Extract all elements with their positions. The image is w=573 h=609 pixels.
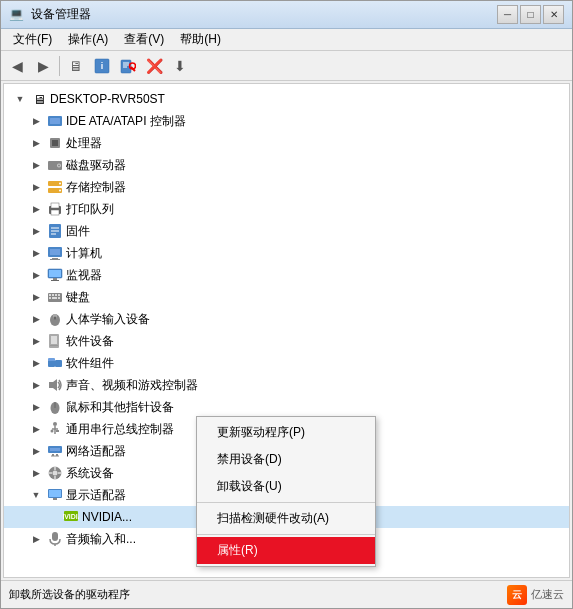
tree-item-ide[interactable]: ▶ IDE ATA/ATAPI 控制器 <box>4 110 569 132</box>
svg-rect-47 <box>48 360 55 367</box>
tree-item-softdev[interactable]: ▶ 软件设备 <box>4 330 569 352</box>
monitor-label: 监视器 <box>66 267 102 284</box>
menu-view[interactable]: 查看(V) <box>116 29 172 50</box>
svg-rect-57 <box>56 430 59 432</box>
usb-label: 通用串行总线控制器 <box>66 421 174 438</box>
sound-toggle[interactable]: ▶ <box>28 377 44 393</box>
close-button[interactable]: ✕ <box>543 5 564 24</box>
audio-icon <box>47 531 63 547</box>
cpu-icon <box>47 135 63 151</box>
svg-point-16 <box>59 183 61 185</box>
svg-rect-31 <box>53 278 57 280</box>
tree-root[interactable]: ▼ 🖥 DESKTOP-RVR50ST <box>4 88 569 110</box>
ctx-disable[interactable]: 禁用设备(D) <box>197 446 375 473</box>
svg-rect-28 <box>50 259 60 260</box>
svg-rect-36 <box>55 294 57 296</box>
refresh-button[interactable]: ⬇ <box>168 54 192 78</box>
keyboard-label: 键盘 <box>66 289 90 306</box>
maximize-button[interactable]: □ <box>520 5 541 24</box>
svg-rect-30 <box>49 270 61 277</box>
display-toggle[interactable]: ▼ <box>28 487 44 503</box>
display-icon <box>47 487 63 503</box>
keyboard-icon <box>47 289 63 305</box>
firmware-label: 固件 <box>66 223 90 240</box>
ctx-scan-hardware[interactable]: 扫描检测硬件改动(A) <box>197 505 375 532</box>
svg-rect-74 <box>52 532 58 541</box>
svg-rect-45 <box>51 336 57 344</box>
menu-file[interactable]: 文件(F) <box>5 29 60 50</box>
computer-button[interactable]: 🖥 <box>64 54 88 78</box>
softcomp-toggle[interactable]: ▶ <box>28 355 44 371</box>
keyboard-toggle[interactable]: ▶ <box>28 289 44 305</box>
uninstall-button[interactable]: ❌ <box>142 54 166 78</box>
cpu-toggle[interactable]: ▶ <box>28 135 44 151</box>
svg-rect-34 <box>49 294 51 296</box>
network-toggle[interactable]: ▶ <box>28 443 44 459</box>
mouse-label: 鼠标和其他指针设备 <box>66 399 174 416</box>
monitor-icon <box>47 267 63 283</box>
menu-help[interactable]: 帮助(H) <box>172 29 229 50</box>
mouse-icon <box>47 399 63 415</box>
hid-toggle[interactable]: ▶ <box>28 311 44 327</box>
svg-text:i: i <box>101 61 104 71</box>
cpu-label: 处理器 <box>66 135 102 152</box>
tree-item-computer[interactable]: ▶ 计算机 <box>4 242 569 264</box>
back-button[interactable]: ◀ <box>5 54 29 78</box>
menu-action[interactable]: 操作(A) <box>60 29 116 50</box>
svg-rect-32 <box>51 280 59 281</box>
computer-label: 计算机 <box>66 245 102 262</box>
properties-button[interactable]: i <box>90 54 114 78</box>
softdev-toggle[interactable]: ▶ <box>28 333 44 349</box>
ctx-properties[interactable]: 属性(R) <box>197 537 375 564</box>
svg-rect-19 <box>51 203 59 208</box>
ctx-update-driver[interactable]: 更新驱动程序(P) <box>197 419 375 446</box>
tree-item-mouse[interactable]: ▶ 鼠标和其他指针设备 <box>4 396 569 418</box>
ide-toggle[interactable]: ▶ <box>28 113 44 129</box>
root-toggle[interactable]: ▼ <box>12 91 28 107</box>
usb-toggle[interactable]: ▶ <box>28 421 44 437</box>
tree-item-print[interactable]: ▶ 打印队列 <box>4 198 569 220</box>
svg-point-43 <box>54 317 57 320</box>
ide-icon <box>47 113 63 129</box>
scan-button[interactable] <box>116 54 140 78</box>
print-icon <box>47 201 63 217</box>
tree-item-keyboard[interactable]: ▶ 键盘 <box>4 286 569 308</box>
display-label: 显示适配器 <box>66 487 126 504</box>
svg-rect-71 <box>53 498 57 500</box>
svg-rect-46 <box>50 345 58 346</box>
storage-label: 存储控制器 <box>66 179 126 196</box>
forward-button[interactable]: ▶ <box>31 54 55 78</box>
monitor-toggle[interactable]: ▶ <box>28 267 44 283</box>
system-label: 系统设备 <box>66 465 114 482</box>
audio-toggle[interactable]: ▶ <box>28 531 44 547</box>
system-icon <box>47 465 63 481</box>
hid-label: 人体学输入设备 <box>66 311 150 328</box>
tree-item-storage[interactable]: ▶ 存储控制器 <box>4 176 569 198</box>
svg-rect-70 <box>49 490 61 497</box>
firmware-toggle[interactable]: ▶ <box>28 223 44 239</box>
svg-marker-50 <box>49 379 57 391</box>
mouse-toggle[interactable]: ▶ <box>28 399 44 415</box>
device-manager-window: 💻 设备管理器 ─ □ ✕ 文件(F) 操作(A) 查看(V) 帮助(H) ◀ … <box>0 0 573 609</box>
computer-toggle[interactable]: ▶ <box>28 245 44 261</box>
tree-item-softcomp[interactable]: ▶ 软件组件 <box>4 352 569 374</box>
minimize-button[interactable]: ─ <box>497 5 518 24</box>
ctx-uninstall[interactable]: 卸载设备(U) <box>197 473 375 500</box>
logo-icon: 云 <box>507 585 527 605</box>
disk-toggle[interactable]: ▶ <box>28 157 44 173</box>
tree-item-disk[interactable]: ▶ 磁盘驱动器 <box>4 154 569 176</box>
tree-item-firmware[interactable]: ▶ 固件 <box>4 220 569 242</box>
print-toggle[interactable]: ▶ <box>28 201 44 217</box>
svg-rect-8 <box>50 118 60 124</box>
tree-item-cpu[interactable]: ▶ 处理器 <box>4 132 569 154</box>
system-toggle[interactable]: ▶ <box>28 465 44 481</box>
tree-item-monitor[interactable]: ▶ 监视器 <box>4 264 569 286</box>
storage-toggle[interactable]: ▶ <box>28 179 44 195</box>
title-bar-buttons: ─ □ ✕ <box>497 5 564 24</box>
hid-icon <box>47 311 63 327</box>
tree-item-sound[interactable]: ▶ 声音、视频和游戏控制器 <box>4 374 569 396</box>
tree-item-hid[interactable]: ▶ 人体学输入设备 <box>4 308 569 330</box>
softdev-label: 软件设备 <box>66 333 114 350</box>
svg-rect-39 <box>52 297 57 299</box>
audio-label: 音频输入和... <box>66 531 136 548</box>
